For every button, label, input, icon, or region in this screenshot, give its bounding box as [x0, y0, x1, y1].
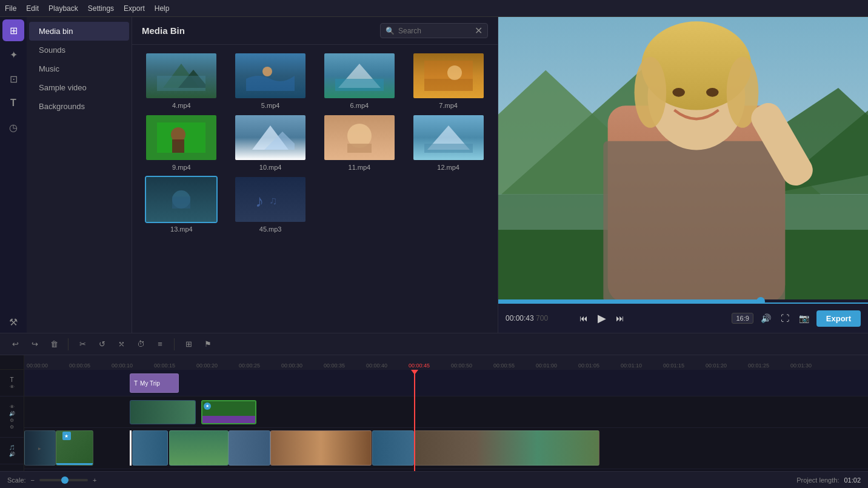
svg-rect-19	[172, 196, 190, 209]
sidebar-icon-tools[interactable]: ⚒	[2, 311, 24, 333]
video-clip-6[interactable]	[270, 430, 372, 466]
main-video-track: ▶	[24, 428, 868, 469]
crop-button[interactable]: ⤲	[113, 336, 129, 352]
media-bin-header: Media Bin 🔍 ✕	[132, 17, 498, 45]
video-clip-4[interactable]	[169, 430, 228, 466]
search-input[interactable]	[398, 27, 471, 35]
pip-clip-1[interactable]	[130, 400, 196, 424]
media-item-label: 5.mp4	[261, 102, 280, 109]
project-length-label: Project length:	[796, 476, 839, 484]
timeline-area: ↩ ↪ 🗑 ✂ ↺ ⤲ ⏱ ≡ ⊞ ⚑ T 👁 👁 🔊 ⚙ ⚙	[0, 333, 868, 488]
time-ruler: 00:00:00 00:00:05 00:00:10 00:00:15 00:0…	[24, 355, 868, 370]
video-clip-2[interactable]	[56, 430, 94, 466]
title-track-controls: T 👁	[0, 370, 24, 396]
media-item-label: 11.mp4	[349, 164, 371, 171]
sidebar-icon-history[interactable]: ◷	[2, 116, 24, 138]
playhead[interactable]	[414, 370, 415, 471]
menu-help[interactable]: Help	[155, 4, 170, 13]
scale-decrease-icon[interactable]: −	[31, 476, 35, 484]
main-area: ⊞ ✦ ⊡ T ◷ ⚒ Media bin Sounds Music Sampl…	[0, 17, 868, 333]
pip-clip-2[interactable]: ★	[201, 400, 256, 424]
svg-point-3	[262, 67, 272, 76]
left-sidebar: ⊞ ✦ ⊡ T ◷ ⚒	[0, 17, 27, 333]
panel-item-media-bin[interactable]: Media bin	[29, 22, 129, 41]
list-item[interactable]: 5.mp4	[229, 52, 313, 109]
menu-settings[interactable]: Settings	[88, 4, 114, 13]
media-item-label: 9.mp4	[172, 164, 191, 171]
media-item-label: 10.mp4	[259, 164, 282, 171]
tracks-container: T My Trip ★	[24, 370, 868, 471]
speed-button[interactable]: ⏱	[133, 336, 149, 352]
skip-forward-button[interactable]: ⏭	[613, 311, 627, 326]
rotate-button[interactable]: ↺	[94, 336, 110, 352]
svg-point-36	[706, 88, 718, 97]
list-item[interactable]: 10.mp4	[229, 114, 313, 171]
svg-point-33	[635, 57, 667, 128]
video-clip-8[interactable]	[414, 430, 599, 466]
panel-item-sounds[interactable]: Sounds	[29, 41, 129, 59]
track-side-controls: T 👁 👁 🔊 ⚙ ⚙ 🎵 🔊	[0, 355, 24, 471]
skip-back-button[interactable]: ⏮	[577, 311, 590, 326]
menu-export[interactable]: Export	[124, 4, 145, 13]
svg-rect-5	[335, 79, 384, 91]
audio-track: 45.mp3	[24, 469, 868, 471]
svg-rect-17	[424, 144, 473, 153]
svg-rect-7	[424, 79, 473, 91]
svg-point-35	[672, 88, 684, 97]
export-button[interactable]: Export	[816, 310, 861, 327]
list-item[interactable]: 12.mp4	[406, 114, 490, 171]
svg-text:♪: ♪	[255, 192, 264, 210]
preview-controls: 00:00:43 700 ⏮ ▶ ⏭ 16:9 🔊 ⛶ 📷 Export	[498, 302, 868, 333]
snapshot-button[interactable]: 📷	[796, 311, 812, 326]
flag-button[interactable]: ⚑	[200, 336, 216, 352]
delete-button[interactable]: 🗑	[46, 336, 62, 352]
overlay-button[interactable]: ⊞	[181, 336, 196, 352]
scale-slider[interactable]	[39, 479, 88, 481]
list-item[interactable]: 7.mp4	[406, 52, 490, 109]
toolbar-separator	[68, 338, 68, 350]
media-bin: Media Bin 🔍 ✕ 4.mp4	[132, 17, 498, 333]
aspect-ratio-badge[interactable]: 16:9	[732, 313, 753, 324]
media-item-label: 12.mp4	[437, 164, 459, 171]
undo-button[interactable]: ↩	[7, 336, 23, 352]
menu-file[interactable]: File	[5, 4, 16, 13]
list-item[interactable]: 9.mp4	[139, 114, 224, 171]
scale-increase-icon[interactable]: +	[93, 476, 96, 484]
cut-button[interactable]: ✂	[75, 336, 90, 352]
search-clear-icon[interactable]: ✕	[475, 25, 482, 36]
fullscreen-button[interactable]: ⛶	[778, 311, 792, 326]
volume-button[interactable]: 🔊	[758, 311, 773, 326]
search-icon: 🔍	[386, 27, 395, 35]
sidebar-icon-transitions[interactable]: ⊡	[2, 68, 24, 90]
redo-button[interactable]: ↪	[27, 336, 42, 352]
list-item[interactable]: 11.mp4	[318, 114, 402, 171]
more-button[interactable]: ≡	[152, 336, 168, 352]
media-item-label: 45.mp3	[259, 226, 282, 233]
video-clip-3[interactable]	[132, 430, 167, 466]
toolbar-separator-2	[174, 338, 175, 350]
scale-label: Scale:	[7, 476, 26, 484]
video-clip-1[interactable]: ▶	[24, 430, 56, 466]
video-clip-5[interactable]	[229, 430, 271, 466]
menu-edit[interactable]: Edit	[26, 4, 39, 13]
timeline-right: 00:00:00 00:00:05 00:00:10 00:00:15 00:0…	[24, 355, 868, 471]
sidebar-icon-titles[interactable]: T	[2, 92, 24, 114]
project-length-value: 01:02	[844, 476, 861, 484]
sidebar-icon-effects[interactable]: ✦	[2, 44, 24, 65]
play-pause-button[interactable]: ▶	[595, 309, 609, 327]
title-clip[interactable]: T My Trip	[130, 373, 179, 393]
panel-item-backgrounds[interactable]: Backgrounds	[29, 97, 129, 116]
media-item-label: 7.mp4	[439, 102, 458, 109]
list-item[interactable]: 13.mp4	[139, 176, 224, 233]
list-item[interactable]: 6.mp4	[318, 52, 402, 109]
panel-item-music[interactable]: Music	[29, 59, 129, 78]
video-track-controls: 👁 🔊 ⚙ ⚙	[0, 396, 24, 438]
panel-item-sample-video[interactable]: Sample video	[29, 78, 129, 97]
list-item[interactable]: 4.mp4	[139, 52, 224, 109]
svg-rect-30	[603, 141, 785, 302]
media-item-label: 6.mp4	[350, 102, 369, 109]
menu-playback[interactable]: Playback	[48, 4, 78, 13]
video-clip-7[interactable]	[372, 430, 415, 466]
sidebar-icon-media[interactable]: ⊞	[2, 19, 24, 41]
list-item[interactable]: ♪ ♫ 45.mp3	[229, 176, 313, 233]
